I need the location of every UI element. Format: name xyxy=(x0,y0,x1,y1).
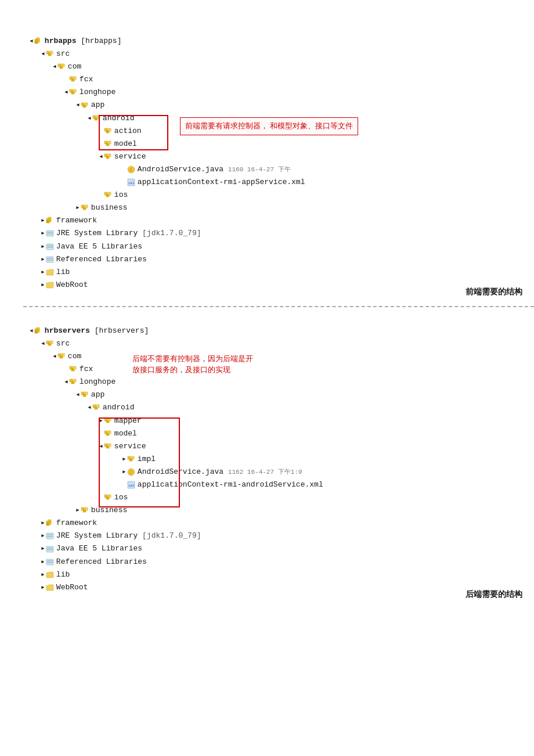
svg-rect-24 xyxy=(108,128,111,131)
service2-row: ◂ service xyxy=(29,440,528,453)
svg-rect-27 xyxy=(108,141,111,144)
tree-row: ◂ android xyxy=(29,401,528,414)
model-label: model xyxy=(114,138,137,150)
svg-rect-49 xyxy=(47,245,53,246)
svg-rect-3 xyxy=(37,39,39,42)
project-icon xyxy=(34,327,43,335)
svg-text:J: J xyxy=(129,168,132,172)
java-icon: J xyxy=(127,165,136,174)
src2-label: src xyxy=(56,337,70,350)
svg-rect-97 xyxy=(85,507,88,510)
svg-rect-44 xyxy=(48,219,51,222)
svg-rect-109 xyxy=(47,560,53,561)
project2-bracket: [hrbservers] xyxy=(90,325,149,337)
svg-rect-6 xyxy=(50,51,53,54)
arrow-icon: ▸ xyxy=(41,581,45,594)
svg-rect-106 xyxy=(47,548,53,549)
ios2-row: ▸ ios xyxy=(29,491,528,504)
service-label: service xyxy=(114,150,146,163)
svg-rect-40 xyxy=(85,205,88,208)
package-icon xyxy=(45,340,55,348)
webroot-label: WebRoot xyxy=(56,279,88,291)
package-icon xyxy=(103,417,113,425)
project-icon xyxy=(34,37,43,45)
svg-rect-75 xyxy=(96,405,99,408)
jre-row: ▸ JRE System Library [jdk1.7.0_79] xyxy=(29,227,528,240)
package-icon xyxy=(103,127,113,135)
svg-text:J: J xyxy=(129,470,132,475)
svg-rect-84 xyxy=(108,444,111,447)
arrow-icon: ◂ xyxy=(64,376,68,388)
top-annotation: 前端需要有请求控制器， 和模型对象、接口等文件 xyxy=(180,117,358,135)
folder-icon xyxy=(45,571,55,579)
arrow-icon: ◂ xyxy=(99,440,103,453)
svg-rect-87 xyxy=(131,456,134,459)
svg-text:xml: xml xyxy=(128,181,135,185)
top-tree: ◂ hrbapps [hrbapps] ◂ xyxy=(29,35,528,291)
lib-label: lib xyxy=(56,266,70,279)
bottom-annotation: 后端不需要有控制器，因为后端是开放接口服务的，及接口的实现 xyxy=(128,351,258,378)
arrow-icon: ▸ xyxy=(75,504,80,517)
android-service-label: AndroidService.java 1160 16-4-27 下午 xyxy=(138,163,291,176)
app2-label: app xyxy=(91,388,104,401)
arrow-icon: ▸ xyxy=(99,415,103,427)
lib-row: ▸ lib xyxy=(29,266,528,279)
svg-rect-57 xyxy=(37,329,39,332)
library-icon xyxy=(45,532,55,540)
com-label: com xyxy=(68,60,81,73)
xml-icon: xml xyxy=(127,481,136,489)
bottom-tree: ◂ hrbservers [hrbservers] ◂ xyxy=(29,325,528,594)
library-icon xyxy=(45,243,55,251)
package-icon xyxy=(68,378,78,386)
svg-rect-47 xyxy=(47,233,53,235)
section-divider xyxy=(23,306,534,307)
package-icon xyxy=(92,404,101,412)
top-section-label: 前端需要的结构 xyxy=(466,287,522,297)
svg-rect-104 xyxy=(47,536,53,537)
svg-rect-110 xyxy=(47,562,53,563)
package-icon xyxy=(57,352,66,361)
ref-libraries2-row: ▸ Referenced Libraries xyxy=(29,556,528,568)
arrow-icon: ▸ xyxy=(41,253,45,266)
service2-label: service xyxy=(114,440,146,453)
svg-rect-107 xyxy=(47,549,53,550)
project-bracket: [hrbapps] xyxy=(76,35,121,48)
folder-icon xyxy=(45,584,55,592)
package-icon xyxy=(103,442,113,451)
svg-rect-66 xyxy=(73,366,76,369)
xml-icon: xml xyxy=(127,178,136,186)
jre-label: JRE System Library [jdk1.7.0_79] xyxy=(56,227,201,240)
package-icon xyxy=(80,102,89,110)
arrow-icon: ▸ xyxy=(41,240,45,253)
svg-rect-94 xyxy=(108,495,111,498)
ref-libraries-label: Referenced Libraries xyxy=(56,253,147,266)
svg-rect-52 xyxy=(47,258,53,259)
svg-rect-53 xyxy=(47,260,53,261)
package-icon xyxy=(57,63,66,71)
arrow-icon: ◂ xyxy=(87,401,92,414)
android-service2-label: AndroidService.java 1162 16-4-27 下午1:0 xyxy=(138,466,302,478)
impl-row: ▸ impl xyxy=(29,453,528,466)
webroot2-label: WebRoot xyxy=(56,581,88,594)
svg-text:xml: xml xyxy=(128,484,135,488)
com2-label: com xyxy=(68,350,81,363)
svg-rect-101 xyxy=(48,521,51,524)
project-label: hrbapps xyxy=(45,35,77,48)
framework-label: framework xyxy=(56,214,97,227)
fcx2-label: fcx xyxy=(80,363,93,376)
folder-icon xyxy=(45,268,55,276)
package-icon xyxy=(103,140,113,148)
svg-rect-81 xyxy=(108,431,111,434)
model-row: ▸ model xyxy=(29,138,528,150)
folder-icon xyxy=(45,281,55,289)
library-icon xyxy=(45,229,55,237)
tree-row: ◂ longhope xyxy=(29,86,528,99)
package-icon xyxy=(92,114,101,123)
javaee-row: ▸ Java EE 5 Libraries xyxy=(29,240,528,253)
arrow-icon: ◂ xyxy=(87,112,92,125)
android-service2-row: ▸ J AndroidService.java 1162 16-4-27 下午1… xyxy=(29,466,528,478)
bottom-section-label: 后端需要的结构 xyxy=(466,589,522,600)
javaee2-row: ▸ Java EE 5 Libraries xyxy=(29,542,528,555)
svg-rect-12 xyxy=(73,77,76,80)
lib2-label: lib xyxy=(56,568,70,581)
